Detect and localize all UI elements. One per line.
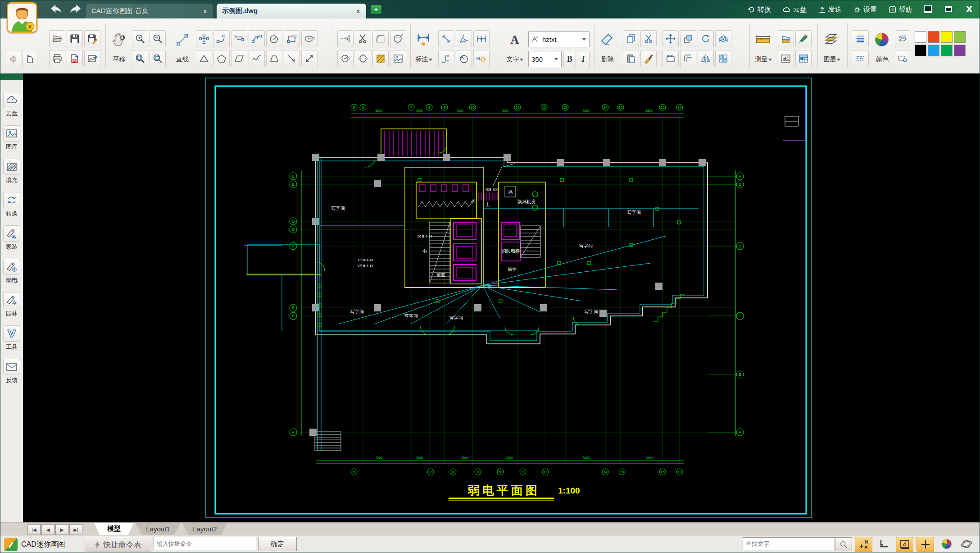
- 3d-faces-button[interactable]: [715, 30, 731, 47]
- sidebar-item-weak-current[interactable]: 弱电: [0, 259, 23, 284]
- browser-button[interactable]: [958, 537, 975, 551]
- back-page-button[interactable]: [6, 51, 20, 67]
- export-image-button[interactable]: [84, 50, 100, 67]
- marker-pencil-button[interactable]: [795, 30, 812, 47]
- menu-convert[interactable]: 转换: [748, 5, 771, 14]
- crosshair-toggle[interactable]: [916, 537, 934, 552]
- offset-button[interactable]: [680, 50, 696, 67]
- sphere-button[interactable]: [390, 30, 406, 47]
- font-select[interactable]: hztxt: [528, 31, 590, 47]
- first-tab-button[interactable]: |◀: [27, 524, 41, 535]
- zoom-out-button[interactable]: [150, 30, 166, 47]
- move-button[interactable]: [662, 30, 679, 47]
- next-tab-button[interactable]: ▶: [55, 524, 68, 535]
- menu-help[interactable]: ? 帮助: [889, 5, 912, 14]
- tab-home-close-icon[interactable]: x: [203, 8, 208, 14]
- sidebar-item-fill[interactable]: 填充: [0, 159, 23, 184]
- polyline-button[interactable]: [213, 30, 230, 47]
- text-label[interactable]: 文字: [503, 55, 526, 64]
- save-button[interactable]: [67, 30, 83, 47]
- italic-button[interactable]: I: [577, 51, 590, 67]
- extend-button[interactable]: [337, 30, 354, 47]
- save-as-button[interactable]: [84, 30, 100, 47]
- swatch-yellow[interactable]: [941, 31, 953, 43]
- parallelogram-button[interactable]: [231, 50, 247, 67]
- close-button[interactable]: X: [959, 0, 980, 18]
- scale-button[interactable]: [680, 30, 696, 47]
- erase-button[interactable]: [598, 30, 617, 49]
- drawing-canvas[interactable]: 567891011121314151617578910111214151617E…: [23, 73, 980, 522]
- stretch-button[interactable]: [662, 50, 679, 67]
- fillet-button[interactable]: [372, 30, 389, 47]
- swatch-purple[interactable]: [954, 45, 966, 56]
- maximize-button[interactable]: [938, 0, 959, 18]
- array-button[interactable]: [715, 50, 731, 67]
- ok-button[interactable]: 确定: [258, 537, 297, 551]
- shortcut-commands-button[interactable]: 快捷命令表: [85, 537, 151, 552]
- swatch-blue[interactable]: [928, 45, 939, 56]
- layers-label[interactable]: 图层: [819, 55, 844, 64]
- swatch-red[interactable]: [928, 31, 939, 43]
- linetype-button[interactable]: [852, 50, 869, 67]
- insert-image-button[interactable]: [390, 50, 406, 67]
- menu-cloud[interactable]: 云盘: [783, 5, 807, 14]
- layer-transparency-button[interactable]: [895, 30, 910, 47]
- tab-document[interactable]: 示例图.dwg x: [217, 4, 366, 18]
- erase-label[interactable]: 删除: [595, 55, 620, 64]
- copy-button[interactable]: [623, 30, 639, 47]
- color-mode-button[interactable]: [938, 537, 955, 551]
- aligned-dim-button[interactable]: [438, 30, 454, 47]
- paste-button[interactable]: [623, 50, 639, 67]
- new-tab-button[interactable]: +: [371, 5, 381, 14]
- bold-button[interactable]: B: [563, 51, 576, 67]
- color-label[interactable]: 颜色: [871, 55, 894, 64]
- ellipse-button[interactable]: [301, 30, 318, 47]
- output-image-button[interactable]: [778, 50, 794, 67]
- spline-button[interactable]: [249, 50, 265, 67]
- object-snap-toggle[interactable]: N: [855, 537, 872, 552]
- cut-button[interactable]: [640, 30, 657, 47]
- dim-style-button[interactable]: [473, 50, 490, 67]
- tab-home[interactable]: CAD迷你画图-首页 x: [86, 4, 213, 18]
- group-button[interactable]: [895, 50, 910, 67]
- zoom-window-button[interactable]: [132, 50, 148, 67]
- zoom-in-button[interactable]: [132, 30, 148, 47]
- color-wheel-button[interactable]: [872, 30, 891, 49]
- pan-button[interactable]: [109, 30, 128, 49]
- user-avatar[interactable]: V: [7, 2, 37, 33]
- multiline-button[interactable]: [196, 30, 212, 47]
- angular-dim-button[interactable]: [456, 30, 472, 47]
- sidebar-item-garden[interactable]: 园林: [0, 292, 23, 318]
- new-file-button[interactable]: [22, 51, 37, 67]
- swatch-black[interactable]: [915, 45, 926, 56]
- line-tool-button[interactable]: [173, 30, 191, 49]
- pentagon-button[interactable]: [213, 50, 230, 67]
- rectangle-button[interactable]: [284, 30, 300, 47]
- line-label[interactable]: 直线: [171, 55, 194, 64]
- circle-nodes-button[interactable]: [355, 50, 371, 67]
- export-pdf-button[interactable]: PDF: [67, 50, 83, 67]
- layers-button[interactable]: [821, 30, 841, 49]
- sidebar-item-gallery[interactable]: 图库: [0, 125, 23, 151]
- prev-tab-button[interactable]: ◀: [41, 524, 54, 535]
- print-button[interactable]: [49, 50, 65, 67]
- tab-document-close-icon[interactable]: x: [356, 8, 361, 14]
- triangle-button[interactable]: [196, 50, 212, 67]
- open-button[interactable]: [49, 30, 65, 47]
- circle-button[interactable]: [266, 30, 282, 47]
- circle-center-button[interactable]: [337, 50, 354, 67]
- swatch-green[interactable]: [941, 45, 953, 56]
- hatch-button[interactable]: [372, 50, 389, 67]
- pan-label[interactable]: 平移: [108, 55, 131, 64]
- tab-layout1[interactable]: Layout1: [136, 523, 181, 535]
- zoom-previous-button[interactable]: [150, 50, 166, 67]
- polar-tracking-toggle[interactable]: [896, 537, 913, 552]
- menu-settings[interactable]: 设置: [853, 5, 877, 14]
- tab-model[interactable]: 模型: [94, 523, 134, 535]
- text-tool-button[interactable]: A: [506, 30, 524, 49]
- swatch-white[interactable]: [915, 31, 926, 43]
- measure-label[interactable]: 测量: [751, 55, 776, 64]
- sidebar-item-convert[interactable]: 转换: [0, 192, 23, 218]
- output-table-button[interactable]: [795, 50, 812, 67]
- command-input[interactable]: [154, 537, 256, 550]
